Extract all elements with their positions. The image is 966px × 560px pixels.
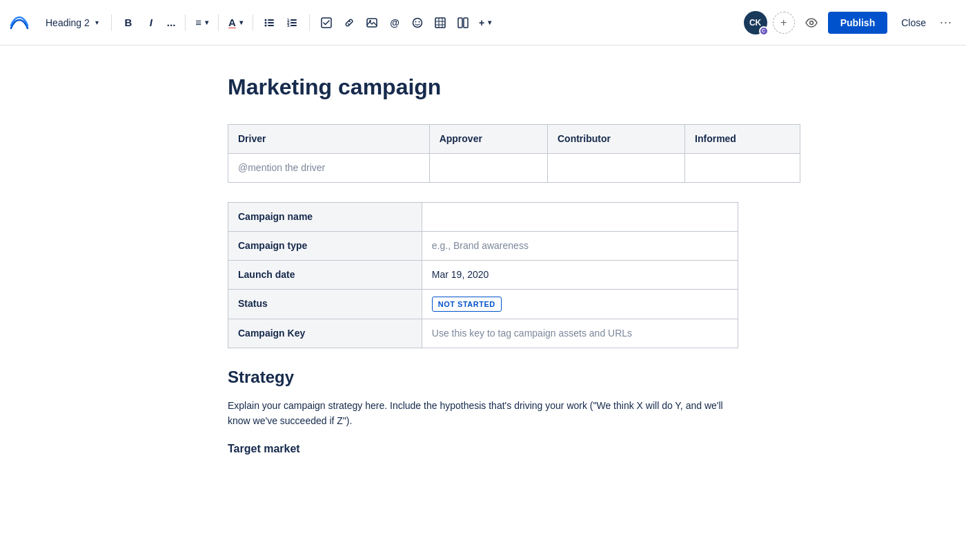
campaign-type-label: Campaign type — [238, 240, 307, 251]
raci-header-driver[interactable]: Driver — [228, 124, 430, 153]
campaign-name-value-cell[interactable] — [422, 202, 738, 231]
toolbar: Heading 2 ▾ B I ... ≡ ▾ A ▾ — [0, 0, 966, 46]
svg-point-15 — [413, 18, 422, 27]
raci-approver-cell[interactable] — [429, 153, 547, 182]
insert-group: @ — [315, 12, 495, 34]
strategy-body[interactable]: Explain your campaign strategy here. Inc… — [228, 398, 738, 429]
svg-rect-3 — [268, 22, 274, 23]
campaign-key-value-cell[interactable]: Use this key to tag campaign assets and … — [422, 319, 738, 348]
bold-button[interactable]: B — [117, 12, 139, 34]
toolbar-divider-4 — [253, 14, 253, 31]
emoji-button[interactable] — [406, 12, 428, 34]
svg-rect-13 — [367, 19, 377, 27]
strategy-heading[interactable]: Strategy — [228, 368, 738, 387]
target-market-heading[interactable]: Target market — [228, 443, 738, 455]
svg-point-4 — [264, 24, 266, 26]
status-label: Status — [238, 298, 268, 309]
more-options-icon: ··· — [940, 15, 952, 29]
launch-date-row: Launch date Mar 19, 2020 — [228, 260, 738, 289]
campaign-name-row: Campaign name — [228, 202, 738, 231]
align-icon: ≡ — [195, 17, 201, 28]
svg-point-17 — [418, 21, 420, 22]
campaign-key-row: Campaign Key Use this key to tag campaig… — [228, 319, 738, 348]
svg-rect-1 — [268, 19, 274, 21]
svg-point-0 — [264, 19, 266, 21]
svg-point-16 — [415, 21, 416, 22]
campaign-table: Campaign name Campaign type e.g., Brand … — [228, 202, 738, 349]
raci-header-informed[interactable]: Informed — [685, 124, 800, 153]
raci-driver-cell[interactable]: @mention the driver — [228, 153, 430, 182]
numbered-list-icon: 1. 2. 3. — [287, 17, 298, 28]
table-button[interactable] — [429, 12, 451, 34]
raci-header-row: Driver Approver Contributor Informed — [228, 124, 800, 153]
avatar-initials: CK — [749, 18, 761, 28]
raci-header-contributor[interactable]: Contributor — [547, 124, 684, 153]
raci-contributor-cell[interactable] — [547, 153, 684, 182]
list-group: 1. 2. 3. — [259, 12, 304, 34]
link-button[interactable] — [338, 12, 360, 34]
align-chevron-icon: ▾ — [205, 19, 208, 26]
campaign-type-placeholder: e.g., Brand awareness — [432, 240, 529, 251]
svg-rect-18 — [435, 18, 445, 28]
mention-icon: @ — [390, 17, 400, 28]
align-button[interactable]: ≡ ▾ — [191, 12, 213, 34]
svg-point-14 — [369, 20, 371, 22]
mention-button[interactable]: @ — [384, 12, 406, 34]
heading-select[interactable]: Heading 2 ▾ — [39, 13, 106, 32]
avatar-wrapper[interactable]: CK C — [744, 11, 767, 34]
campaign-key-label: Campaign Key — [238, 328, 305, 339]
task-button[interactable] — [315, 12, 337, 34]
svg-rect-9 — [290, 22, 297, 23]
heading-select-label: Heading 2 — [46, 17, 90, 28]
status-value-cell[interactable]: NOT STARTED — [422, 289, 738, 319]
page-title[interactable]: Marketing campaign — [228, 73, 738, 102]
app-logo[interactable] — [8, 12, 30, 34]
toolbar-divider-5 — [309, 14, 310, 31]
close-button[interactable]: Close — [896, 12, 931, 34]
color-text-icon: A — [228, 17, 236, 28]
numbered-list-button[interactable]: 1. 2. 3. — [282, 12, 304, 34]
add-collab-icon: + — [780, 17, 787, 29]
launch-date-label: Launch date — [238, 269, 295, 280]
toolbar-divider-1 — [111, 14, 112, 31]
avatar-badge-letter: C — [762, 28, 765, 33]
svg-text:3.: 3. — [287, 23, 290, 28]
publish-button[interactable]: Publish — [828, 12, 888, 34]
campaign-key-placeholder: Use this key to tag campaign assets and … — [432, 328, 632, 339]
launch-date-value-cell[interactable]: Mar 19, 2020 — [422, 260, 738, 289]
raci-driver-placeholder: @mention the driver — [238, 162, 325, 173]
raci-data-row: @mention the driver — [228, 153, 800, 182]
toolbar-divider-2 — [185, 14, 186, 31]
status-label-cell: Status — [228, 289, 422, 319]
image-icon — [366, 17, 377, 28]
insert-chevron-icon: ▾ — [488, 19, 491, 26]
svg-rect-7 — [290, 19, 297, 21]
campaign-name-label: Campaign name — [238, 211, 313, 222]
insert-more-button[interactable]: + ▾ — [475, 12, 495, 34]
campaign-key-label-cell: Campaign Key — [228, 319, 422, 348]
status-badge[interactable]: NOT STARTED — [432, 297, 502, 312]
color-button[interactable]: A ▾ — [224, 12, 247, 34]
add-collaborator-button[interactable]: + — [773, 12, 795, 34]
more-options-button[interactable]: ··· — [934, 11, 958, 34]
image-button[interactable] — [361, 12, 383, 34]
svg-rect-11 — [290, 25, 297, 26]
task-icon — [321, 17, 332, 28]
eye-icon — [805, 17, 818, 29]
more-text-button[interactable]: ... — [163, 12, 180, 34]
text-format-group: B I ... — [117, 12, 180, 34]
color-chevron-icon: ▾ — [239, 19, 243, 26]
campaign-name-label-cell: Campaign name — [228, 202, 422, 231]
campaign-type-label-cell: Campaign type — [228, 231, 422, 260]
raci-informed-cell[interactable] — [685, 153, 800, 182]
svg-point-25 — [809, 21, 813, 24]
campaign-type-value-cell[interactable]: e.g., Brand awareness — [422, 231, 738, 260]
table-icon — [435, 17, 446, 28]
toolbar-divider-3 — [218, 14, 219, 31]
bullet-list-button[interactable] — [259, 12, 281, 34]
svg-rect-5 — [268, 25, 274, 26]
raci-header-approver[interactable]: Approver — [429, 124, 547, 153]
preview-button[interactable] — [800, 12, 822, 34]
italic-button[interactable]: I — [140, 12, 162, 34]
layout-button[interactable] — [452, 12, 474, 34]
